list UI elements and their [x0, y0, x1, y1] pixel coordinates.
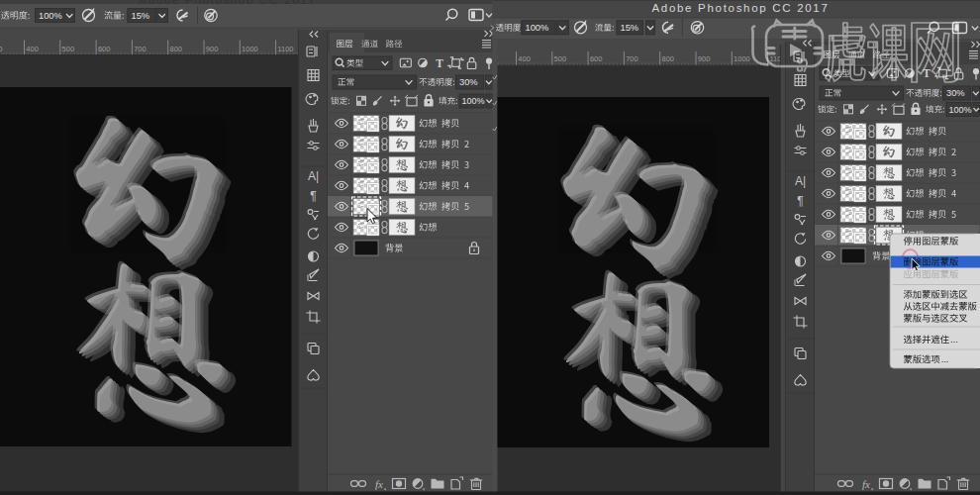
svg-text:800: 800	[170, 45, 183, 53]
svg-text:600: 600	[98, 45, 111, 53]
svg-text:30%: 30%	[459, 77, 478, 87]
svg-text:¶: ¶	[310, 189, 316, 203]
svg-text:A|: A|	[308, 169, 319, 183]
svg-text:1000: 1000	[242, 45, 258, 53]
svg-text:¶: ¶	[797, 194, 803, 208]
svg-text:Adobe Photoshop CC 2017: Adobe Photoshop CC 2017	[651, 2, 829, 14]
svg-text:100%: 100%	[526, 23, 549, 33]
svg-text:A|: A|	[795, 174, 806, 188]
svg-text:...: ...	[941, 354, 949, 364]
svg-text:600: 600	[590, 54, 603, 63]
svg-text:900: 900	[698, 54, 711, 63]
svg-text:15%: 15%	[621, 23, 639, 33]
svg-text:700: 700	[134, 45, 147, 53]
svg-text:100%: 100%	[39, 11, 62, 21]
svg-text:400: 400	[518, 54, 531, 63]
svg-text:500: 500	[554, 54, 567, 63]
svg-text:30%: 30%	[946, 88, 965, 98]
svg-text:400: 400	[26, 45, 39, 53]
svg-text:1100: 1100	[277, 45, 293, 53]
svg-text:fx: fx	[862, 478, 870, 490]
svg-text:...: ...	[950, 335, 958, 345]
svg-text:700: 700	[626, 54, 638, 63]
svg-text:15%: 15%	[132, 11, 150, 21]
svg-text:fx: fx	[375, 478, 383, 490]
svg-text:900: 900	[206, 45, 219, 53]
svg-text:100%: 100%	[949, 105, 972, 115]
svg-text:T: T	[436, 57, 443, 69]
svg-text:1000: 1000	[734, 54, 750, 63]
svg-text:500: 500	[62, 45, 75, 53]
svg-text:100%: 100%	[462, 96, 485, 106]
svg-text:800: 800	[662, 54, 675, 63]
svg-text:300: 300	[0, 45, 3, 53]
